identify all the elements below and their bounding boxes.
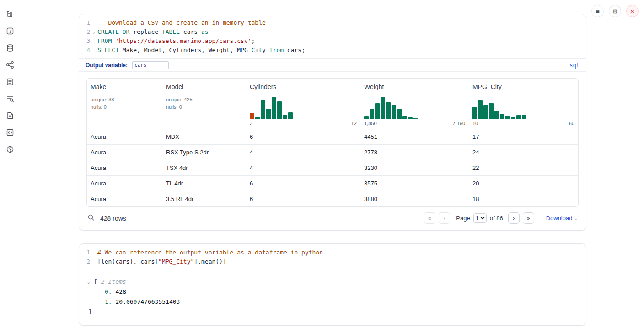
dependency-graph-icon[interactable] — [5, 60, 15, 70]
close-icon: ✕ — [630, 8, 634, 15]
tree-items-count: 2 Items — [101, 277, 126, 287]
code-line[interactable]: 2[len(cars), cars["MPG_City"].mean()] — [79, 257, 586, 266]
left-sidebar: f — [0, 0, 20, 333]
prev-page-icon: ‹ — [444, 215, 445, 222]
column-header-MPG_City[interactable]: MPG_City1060 — [469, 79, 578, 129]
column-header-Model[interactable]: Modelunique: 425nulls: 0 — [162, 79, 246, 129]
row-count: 428 rows — [100, 215, 126, 222]
gear-icon: ⚙ — [612, 8, 618, 15]
documentation-icon[interactable] — [5, 127, 15, 137]
page-total-label: of 86 — [490, 215, 503, 222]
tree-entries: 0: 4281: 20.060747663551403 — [87, 287, 579, 307]
output-variable-label: Output variable: — [86, 62, 128, 69]
top-controls: ≡ ⚙ ✕ — [591, 5, 639, 17]
sql-cell: 1-- Download a CSV and create an in-memo… — [79, 14, 586, 231]
python-output: ⌄ [ 2 Items 0: 4281: 20.060747663551403 … — [79, 270, 586, 325]
python-cell: 1# We can reference the output variable … — [79, 243, 586, 326]
tree-entry[interactable]: 1: 20.060747663551403 — [87, 297, 579, 307]
language-badge: sql — [569, 62, 580, 69]
scratchpad-icon[interactable] — [5, 77, 15, 87]
prev-page-button[interactable]: ‹ — [439, 212, 450, 224]
table-row[interactable]: AcuraTL 4dr6357520 — [87, 175, 578, 191]
tree-close-bracket: ] — [87, 307, 579, 317]
first-page-button[interactable]: « — [424, 212, 435, 224]
snippets-icon[interactable] — [5, 111, 15, 121]
next-page-icon: › — [513, 215, 515, 222]
code-line[interactable]: 4SELECT Make, Model, Cylinders, Weight, … — [79, 46, 586, 55]
output-variable-input[interactable] — [132, 61, 169, 69]
column-header-Cylinders[interactable]: Cylinders312 — [246, 79, 360, 129]
output-variable-bar: Output variable: sql — [79, 59, 586, 72]
first-page-icon: « — [428, 215, 431, 222]
code-line[interactable]: 3FROM 'https://datasets.marimo.app/cars.… — [79, 37, 586, 46]
code-line[interactable]: 2⌄CREATE OR replace TABLE cars as — [79, 27, 586, 37]
column-header-Make[interactable]: Makeunique: 38nulls: 0 — [87, 79, 162, 129]
page-label: Page — [456, 215, 470, 222]
table-row[interactable]: AcuraMDX6445117 — [87, 129, 578, 144]
help-icon[interactable] — [5, 144, 15, 154]
column-header-Weight[interactable]: Weight1,8507,190 — [360, 79, 469, 129]
code-line[interactable]: 1-- Download a CSV and create an in-memo… — [79, 18, 586, 27]
settings-button[interactable]: ⚙ — [609, 5, 621, 17]
page-select[interactable]: 1 — [473, 213, 487, 223]
table-footer: 428 rows « ‹ Page 1 of 86 › » Download ⌄ — [79, 207, 586, 230]
menu-button[interactable]: ≡ — [591, 5, 604, 17]
data-table: Makeunique: 38nulls: 0Modelunique: 425nu… — [86, 78, 579, 207]
table-row[interactable]: AcuraTSX 4dr4323022 — [87, 160, 578, 175]
code-line[interactable]: 1# We can reference the output variable … — [79, 248, 586, 257]
sql-code-editor[interactable]: 1-- Download a CSV and create an in-memo… — [79, 14, 586, 59]
download-button[interactable]: Download ⌄ — [546, 215, 578, 222]
table-row[interactable]: Acura3.5 RL 4dr6388018 — [87, 191, 578, 206]
search-icon[interactable] — [87, 214, 95, 223]
function-icon[interactable]: f — [5, 26, 15, 36]
table-body: AcuraMDX6445117AcuraRSX Type S 2dr427782… — [87, 129, 578, 206]
python-code-editor[interactable]: 1# We can reference the output variable … — [79, 244, 586, 270]
menu-icon: ≡ — [596, 8, 599, 15]
last-page-icon: » — [527, 215, 530, 222]
last-page-button[interactable]: » — [523, 212, 534, 224]
chevron-down-icon: ⌄ — [574, 216, 578, 221]
table-row[interactable]: AcuraRSX Type S 2dr4277824 — [87, 144, 578, 160]
notebook: 1-- Download a CSV and create an in-memo… — [79, 14, 586, 326]
svg-text:f: f — [9, 29, 12, 34]
download-label: Download — [546, 215, 573, 222]
file-tree-icon[interactable] — [5, 9, 15, 19]
tree-open-bracket: [ — [94, 277, 97, 287]
shutdown-button[interactable]: ✕ — [626, 5, 639, 17]
logs-icon[interactable] — [5, 94, 15, 104]
next-page-button[interactable]: › — [508, 212, 520, 224]
histogram-Cylinders — [250, 96, 293, 119]
table-header: Makeunique: 38nulls: 0Modelunique: 425nu… — [87, 79, 578, 129]
database-icon[interactable] — [5, 43, 15, 53]
tree-entry[interactable]: 0: 428 — [87, 287, 579, 297]
histogram-Weight — [364, 96, 418, 119]
tree-collapse-icon[interactable]: ⌄ — [87, 277, 93, 287]
tree-root[interactable]: ⌄ [ 2 Items — [87, 277, 579, 287]
pagination: « ‹ Page 1 of 86 › » — [424, 212, 534, 224]
histogram-MPG_City — [472, 96, 526, 119]
